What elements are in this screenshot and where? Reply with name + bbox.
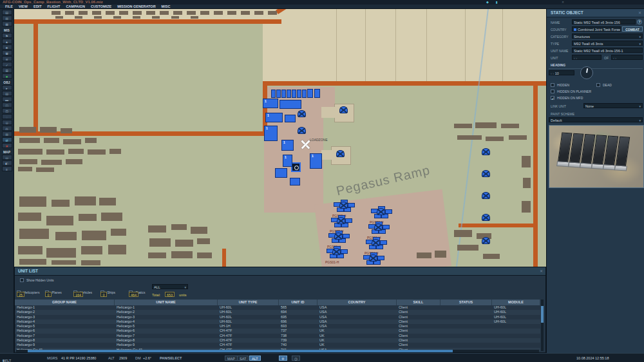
twall-unit-icon[interactable] xyxy=(314,89,320,98)
static-unit-icon[interactable]: 1 xyxy=(265,113,283,122)
helicopter-unit-icon[interactable] xyxy=(482,192,490,199)
helicopter-unit-icon[interactable] xyxy=(332,248,341,255)
twall-unit-icon[interactable] xyxy=(276,90,281,98)
unit-name-input[interactable]: Static M92 Twall x6 3mts-156-1 xyxy=(572,48,643,53)
menu-item[interactable]: EDIT xyxy=(33,5,42,8)
column-header[interactable]: UNIT ID xyxy=(279,300,317,305)
show-hidden-checkbox[interactable] xyxy=(20,278,24,282)
toolbar-obj-button[interactable]: ⊡ xyxy=(2,108,12,113)
helicopter-unit-icon[interactable] xyxy=(298,127,306,134)
twall-unit-icon[interactable] xyxy=(385,209,392,214)
heading-spinner[interactable]: ‹ › 10 xyxy=(549,70,574,75)
toolbar-obj-button[interactable]: ⊙ xyxy=(2,120,12,125)
pan-tool-icon[interactable]: ✛ xyxy=(279,356,287,361)
static-unit-icon[interactable]: 1 xyxy=(283,155,292,167)
twall-unit-icon[interactable] xyxy=(341,249,348,254)
toolbar-mis-button[interactable]: ⊞ xyxy=(2,68,12,73)
helicopter-unit-icon[interactable] xyxy=(377,208,385,215)
helipad-cluster[interactable]: PGS06-H xyxy=(368,222,392,237)
helicopter-unit-icon[interactable] xyxy=(337,217,345,224)
table-row[interactable]: Helicargo-7Helicargo-7CH-47F 738UKClient xyxy=(15,334,540,338)
hidden-mfd-checkbox[interactable] xyxy=(551,96,554,100)
toolbar-mis-button[interactable]: ⚑ xyxy=(2,33,12,38)
toolbar-obj-button[interactable]: ◎ xyxy=(2,126,12,131)
hidden-checkbox[interactable] xyxy=(551,83,554,87)
toolbar-obj-button[interactable]: ▥ xyxy=(2,131,12,137)
column-header[interactable]: UNIT TYPE xyxy=(218,300,279,305)
toolbar-obj-button[interactable]: ▬ xyxy=(2,97,12,102)
twall-unit-icon[interactable] xyxy=(287,90,291,98)
dead-checkbox[interactable] xyxy=(596,83,600,87)
static-unit-icon[interactable]: 1 xyxy=(281,140,294,151)
twall-unit-icon[interactable] xyxy=(292,90,296,98)
coalition-filter-dropdown[interactable]: ALL xyxy=(152,284,188,289)
titlebar-icon-b[interactable]: ▮ xyxy=(496,0,498,4)
type-dropdown[interactable]: M92 Twall x6 3mts xyxy=(572,41,643,46)
toolbar-delete-button[interactable]: ✕ xyxy=(2,143,12,148)
table-row[interactable]: Helicargo-8Helicargo-8CH-47F 739UKClient xyxy=(15,338,540,343)
table-row[interactable]: Helicargo-3Helicargo-3UH-60L 695USAClien… xyxy=(15,315,540,319)
helicopter-unit-icon[interactable] xyxy=(334,233,343,240)
toolbar-obj-button[interactable]: ▤ xyxy=(2,91,12,96)
static-unit-icon[interactable] xyxy=(275,168,287,178)
menu-item[interactable]: CUSTOMIZE xyxy=(91,5,111,8)
column-header[interactable]: STATUS xyxy=(440,300,492,305)
twall-unit-icon[interactable] xyxy=(343,234,350,238)
helicopter-unit-icon[interactable] xyxy=(374,224,383,231)
column-header[interactable]: MODULE xyxy=(492,300,540,305)
toolbar-mis-button[interactable]: ▣ xyxy=(2,50,12,55)
static-unit-icon[interactable]: 1 xyxy=(264,126,278,141)
menu-item[interactable]: FLIGHT xyxy=(48,5,61,8)
sat-layer-button[interactable]: SAT xyxy=(237,356,249,361)
toolbar-file-button[interactable]: ▤ xyxy=(2,10,12,15)
helicopter-unit-icon[interactable] xyxy=(482,237,490,244)
toolbar-map-button[interactable]: ◧ xyxy=(2,160,12,166)
twall-unit-icon[interactable] xyxy=(271,90,276,98)
name-input[interactable]: Static M92 Twall x6 3mts-156 xyxy=(572,19,636,24)
menu-item[interactable]: FILE xyxy=(5,5,13,8)
twall-unit-icon[interactable] xyxy=(302,90,307,98)
twall-unit-icon[interactable] xyxy=(377,256,384,260)
table-row[interactable]: Helicargo-5Helicargo-5UH-1H 693USAClient xyxy=(15,324,540,329)
twall-unit-icon[interactable] xyxy=(380,240,387,245)
vertical-scrollbar-thumb[interactable] xyxy=(541,306,544,323)
helicopter-unit-icon[interactable] xyxy=(298,110,306,117)
twall-unit-icon[interactable] xyxy=(281,90,286,98)
close-icon[interactable]: ✕ xyxy=(638,10,641,15)
toolbar-obj-button[interactable]: ◫ xyxy=(2,102,12,108)
hidden-planner-checkbox[interactable] xyxy=(551,90,554,93)
unit-index-spinner[interactable]: ‹ › xyxy=(572,55,601,60)
toolbar-file-button[interactable]: ▥ xyxy=(2,15,12,21)
menu-item[interactable]: VIEW xyxy=(19,5,28,8)
twall-unit-icon[interactable] xyxy=(348,203,355,207)
table-row[interactable]: Helicargo-9Helicargo-9CH-47F 740UKClient xyxy=(15,343,540,347)
category-dropdown[interactable]: Structures xyxy=(572,33,643,39)
toolbar-mis-button[interactable]: ✓ xyxy=(2,62,12,67)
titlebar-icon-a[interactable]: ◆ xyxy=(486,0,489,4)
column-header[interactable]: GROUP NAME xyxy=(15,300,115,305)
horizontal-scrollbar-thumb[interactable] xyxy=(28,350,453,352)
helicopter-unit-icon[interactable] xyxy=(339,106,348,113)
helicopter-unit-icon[interactable] xyxy=(336,150,345,157)
link-unit-dropdown[interactable]: None xyxy=(583,103,643,108)
helicopter-unit-icon[interactable] xyxy=(369,254,377,262)
ground-unit-icon[interactable] xyxy=(291,162,301,172)
helipad-cluster[interactable]: PGS04-H xyxy=(366,237,389,252)
helicopter-unit-icon[interactable] xyxy=(482,214,490,221)
time-tool-icon[interactable]: ◷ xyxy=(292,356,300,361)
helipad-cluster[interactable]: PGS02-H xyxy=(363,252,386,268)
paint-scheme-dropdown[interactable]: Default xyxy=(549,117,643,122)
toolbar-obj-button[interactable]: ▸ xyxy=(2,85,12,90)
toolbar-ok-button[interactable]: ● xyxy=(2,73,12,79)
static-unit-icon[interactable]: 1 xyxy=(263,99,278,108)
helipad-cluster[interactable]: PGS01-H xyxy=(327,246,350,262)
twall-unit-icon[interactable] xyxy=(383,225,390,229)
toolbar-mis-button[interactable]: ≋ xyxy=(2,56,12,61)
twall-unit-icon[interactable] xyxy=(297,90,301,98)
helicopter-unit-icon[interactable] xyxy=(482,170,490,177)
table-row[interactable]: Helicargo-2Helicargo-2UH-60L 694USAClien… xyxy=(15,310,540,314)
helipad-cluster[interactable]: PGS03-H xyxy=(328,231,352,246)
table-row[interactable]: Helicargo-4Helicargo-4UH-60L 696USAClien… xyxy=(15,319,540,324)
static-unit-icon[interactable]: 1 xyxy=(310,153,322,169)
toolbar-map-button[interactable]: ≡ xyxy=(2,166,12,171)
